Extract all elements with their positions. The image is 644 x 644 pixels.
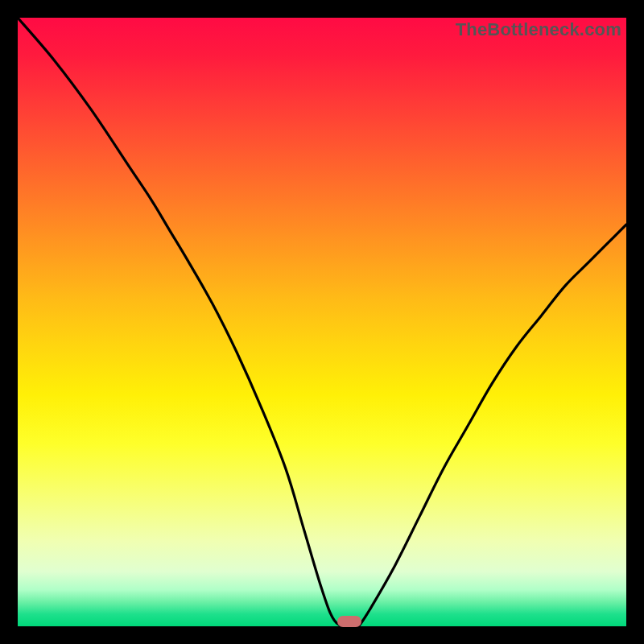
bottleneck-curve bbox=[18, 18, 626, 626]
curve-path bbox=[18, 18, 626, 626]
optimal-marker bbox=[337, 616, 361, 627]
chart-frame: TheBottleneck.com bbox=[0, 0, 644, 644]
plot-area: TheBottleneck.com bbox=[18, 18, 626, 626]
